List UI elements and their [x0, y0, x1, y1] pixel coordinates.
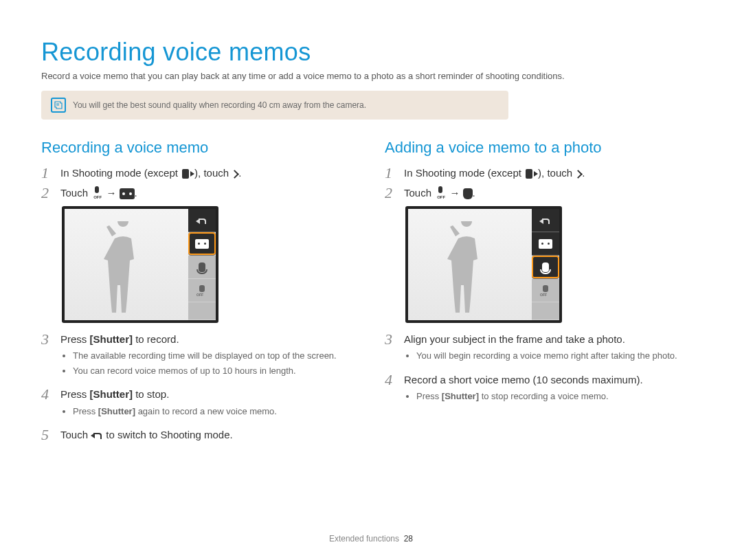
footer-page-number: 28: [404, 534, 413, 544]
chevron-right-icon: [575, 169, 582, 179]
back-button: [532, 209, 559, 232]
mic-off-option: [532, 279, 559, 302]
step-body: Press [Shutter] to record. The available…: [60, 333, 337, 382]
preview-sidebar: [532, 209, 559, 320]
right-step-3: 3 Align your subject in the frame and ta…: [385, 333, 701, 368]
text: ), touch: [194, 167, 232, 179]
step-body: Touch to switch to Shooting mode.: [60, 428, 233, 442]
text: Align your subject in the frame and take…: [404, 333, 625, 345]
step-body: In Shooting mode (except ), touch .: [404, 166, 585, 180]
camera-preview: [62, 206, 218, 323]
mic-icon: [199, 262, 205, 272]
arrow-icon: →: [449, 187, 460, 199]
step-number: 3: [385, 332, 397, 347]
text: Touch: [60, 429, 91, 440]
back-icon: [91, 430, 103, 440]
sidebar-spacer: [532, 302, 559, 320]
back-button: [188, 209, 216, 232]
arrow-icon: →: [106, 187, 116, 199]
mic-icon: [542, 262, 549, 272]
sub-bullet: You will begin recording a voice memo ri…: [416, 350, 677, 362]
back-icon: [539, 216, 552, 225]
person-silhouette: [446, 221, 487, 317]
step-body: Touch → .: [60, 186, 137, 200]
right-step-2: 2 Touch → .: [385, 186, 701, 201]
chevron-right-icon: [232, 169, 238, 179]
text: again to record a new voice memo.: [135, 406, 277, 416]
shutter-label: [Shutter]: [442, 391, 479, 401]
camera-preview: [405, 206, 562, 323]
sub-bullet: The available recording time will be dis…: [73, 350, 337, 362]
sub-bullet: You can record voice memos of up to 10 h…: [73, 365, 337, 377]
preview-sidebar: [188, 209, 216, 320]
shutter-label: [Shutter]: [90, 388, 133, 400]
sidebar-spacer: [188, 302, 216, 320]
tape-option: [532, 232, 559, 256]
tip-text: You will get the best sound quality when…: [73, 100, 366, 110]
text: to record.: [133, 333, 179, 345]
left-step-3: 3 Press [Shutter] to record. The availab…: [41, 333, 357, 382]
step-body: Record a short voice memo (10 seconds ma…: [404, 373, 643, 408]
right-step-1: 1 In Shooting mode (except ), touch .: [385, 166, 701, 181]
step-number: 2: [385, 186, 397, 201]
mic-off-icon: [434, 186, 447, 199]
manual-page: Recording voice memos Record a voice mem…: [0, 0, 742, 560]
video-icon: [181, 169, 194, 179]
step-body: Touch → .: [404, 186, 475, 200]
back-icon: [196, 216, 208, 225]
tape-icon: [195, 239, 209, 249]
step-number: 1: [385, 166, 397, 181]
left-heading: Recording a voice memo: [41, 139, 357, 157]
text: .: [582, 167, 585, 179]
mic-off-option: [188, 279, 216, 302]
tip-box: You will get the best sound quality when…: [41, 91, 508, 120]
text: to stop recording a voice memo.: [479, 391, 609, 401]
text: Press: [73, 406, 98, 416]
text: .: [473, 187, 475, 199]
sub-bullet: Press [Shutter] to stop recording a voic…: [416, 390, 643, 403]
text: .: [238, 167, 241, 179]
right-column: Adding a voice memo to a photo 1 In Shoo…: [385, 139, 701, 448]
text: Touch: [404, 187, 434, 199]
left-column: Recording a voice memo 1 In Shooting mod…: [41, 139, 357, 448]
left-step-5: 5 Touch to switch to Shooting mode.: [41, 428, 357, 443]
mic-off-icon: [197, 285, 207, 296]
left-step-1: 1 In Shooting mode (except ), touch .: [41, 166, 357, 181]
text: Touch: [60, 187, 91, 199]
intro-text: Record a voice memo that you can play ba…: [41, 71, 701, 81]
step-number: 4: [41, 387, 54, 402]
video-icon: [524, 169, 538, 179]
content-columns: Recording a voice memo 1 In Shooting mod…: [41, 139, 701, 448]
mic-icon: [463, 188, 473, 199]
left-step-2: 2 Touch → .: [41, 186, 357, 201]
step-number: 4: [385, 372, 397, 388]
mic-off-icon: [91, 186, 103, 199]
text: Record a short voice memo (10 seconds ma…: [404, 374, 643, 385]
person-silhouette: [102, 221, 144, 317]
text: Press: [416, 391, 442, 401]
text: Press: [60, 333, 90, 345]
page-title: Recording voice memos: [41, 38, 701, 67]
shutter-label: [Shutter]: [98, 406, 135, 416]
right-heading: Adding a voice memo to a photo: [385, 139, 701, 157]
text: In Shooting mode (except: [60, 167, 181, 179]
footer-section: Extended functions: [329, 534, 399, 544]
text: to stop.: [133, 388, 169, 400]
step-body: Align your subject in the frame and take…: [404, 333, 677, 368]
tape-option-selected: [188, 232, 216, 256]
shutter-label: [Shutter]: [90, 333, 133, 345]
tape-icon: [539, 239, 552, 249]
right-step-4: 4 Record a short voice memo (10 seconds …: [385, 373, 701, 408]
mic-off-icon: [541, 285, 550, 296]
page-footer: Extended functions 28: [0, 534, 742, 544]
step-number: 5: [41, 427, 54, 443]
text: ), touch: [538, 167, 575, 179]
mic-option: [188, 256, 216, 279]
sub-bullet: Press [Shutter] again to record a new vo…: [73, 405, 277, 418]
left-step-4: 4 Press [Shutter] to stop. Press [Shutte…: [41, 388, 357, 423]
step-number: 2: [41, 186, 54, 201]
step-body: Press [Shutter] to stop. Press [Shutter]…: [60, 388, 277, 423]
tape-icon: [120, 188, 135, 199]
note-icon: [51, 98, 66, 113]
step-number: 3: [41, 332, 54, 347]
